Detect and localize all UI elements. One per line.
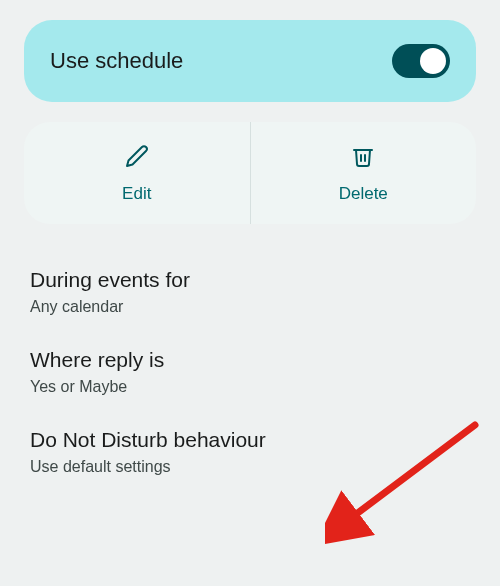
setting-subtitle: Yes or Maybe [30, 378, 470, 396]
use-schedule-switch[interactable] [392, 44, 450, 78]
use-schedule-toggle-card[interactable]: Use schedule [24, 20, 476, 102]
action-row: Edit Delete [24, 122, 476, 224]
setting-where-reply[interactable]: Where reply is Yes or Maybe [30, 332, 470, 412]
trash-icon [351, 144, 375, 172]
setting-title: During events for [30, 268, 470, 292]
delete-button[interactable]: Delete [250, 122, 477, 224]
setting-title: Do Not Disturb behaviour [30, 428, 470, 452]
pencil-icon [125, 144, 149, 172]
setting-dnd-behaviour[interactable]: Do Not Disturb behaviour Use default set… [30, 412, 470, 492]
edit-button[interactable]: Edit [24, 122, 250, 224]
toggle-knob [420, 48, 446, 74]
settings-list: During events for Any calendar Where rep… [24, 252, 476, 492]
delete-label: Delete [339, 184, 388, 204]
use-schedule-label: Use schedule [50, 48, 183, 74]
edit-label: Edit [122, 184, 151, 204]
setting-subtitle: Any calendar [30, 298, 470, 316]
setting-during-events[interactable]: During events for Any calendar [30, 252, 470, 332]
setting-title: Where reply is [30, 348, 470, 372]
setting-subtitle: Use default settings [30, 458, 470, 476]
